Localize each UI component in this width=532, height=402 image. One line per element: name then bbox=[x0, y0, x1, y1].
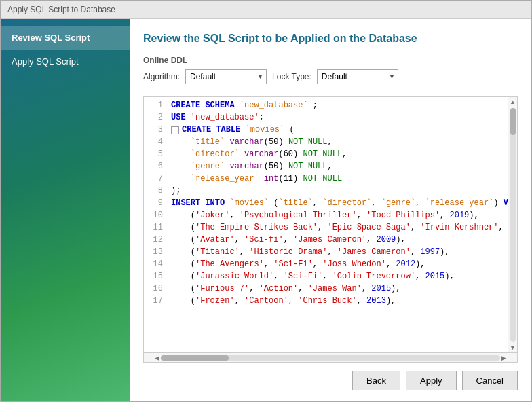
collapse-icon-3[interactable]: - bbox=[171, 126, 179, 134]
line-num-6: 6 bbox=[144, 162, 171, 171]
sidebar-item-label: Apply SQL Script bbox=[12, 56, 79, 67]
page-title: Review the SQL Script to be Applied on t… bbox=[143, 33, 518, 45]
code-line-15: 15 ('Jurassic World', 'Sci-Fi', 'Colin T… bbox=[144, 271, 508, 283]
algorithm-select[interactable]: Default INPLACE COPY bbox=[185, 69, 267, 84]
line-content-17: ('Frozen', 'Cartoon', 'Chris Buck', 2013… bbox=[171, 296, 396, 306]
line-num-17: 17 bbox=[144, 296, 171, 306]
code-line-10: 10 ('Joker', 'Psychological Thriller', '… bbox=[144, 210, 508, 222]
footer-buttons: Back Apply Cancel bbox=[143, 363, 518, 395]
code-scroll-area[interactable]: 1 CREATE SCHEMA `new_database` ; 2 USE '… bbox=[144, 97, 508, 352]
title-bar: Apply SQL Script to Database bbox=[1, 1, 531, 19]
code-line-4: 4 `title` varchar(50) NOT NULL, bbox=[144, 136, 508, 149]
sidebar-item-label: Review SQL Script bbox=[12, 33, 90, 43]
line-content-5: `director` varchar(60) NOT NULL, bbox=[171, 149, 347, 159]
line-num-1: 1 bbox=[144, 100, 171, 110]
line-num-10: 10 bbox=[144, 211, 171, 220]
line-content-9: INSERT INTO `movies` (`title`, `director… bbox=[171, 198, 508, 208]
v-scroll-thumb[interactable] bbox=[510, 108, 516, 135]
code-line-7: 7 `release_year` int(11) NOT NULL bbox=[144, 173, 508, 185]
code-viewer: 1 CREATE SCHEMA `new_database` ; 2 USE '… bbox=[143, 96, 518, 363]
line-content-3: -CREATE TABLE `movies` ( bbox=[171, 125, 294, 134]
line-num-7: 7 bbox=[144, 174, 171, 183]
lock-type-select[interactable]: Default NONE SHARED EXCLUSIVE bbox=[317, 69, 398, 84]
line-num-14: 14 bbox=[144, 259, 171, 269]
line-content-8: ); bbox=[171, 186, 180, 196]
back-button[interactable]: Back bbox=[352, 371, 400, 390]
code-line-13: 13 ('Titanic', 'Historic Drama', 'James … bbox=[144, 246, 508, 259]
code-line-5: 5 `director` varchar(60) NOT NULL, bbox=[144, 149, 508, 161]
online-ddl-label: Online DDL bbox=[143, 56, 518, 65]
horizontal-scrollbar[interactable]: ◀ ▶ bbox=[144, 352, 517, 362]
scroll-left-arrow[interactable]: ◀ bbox=[153, 354, 161, 361]
line-content-12: ('Avatar', 'Sci-fi', 'James Cameron', 20… bbox=[171, 235, 406, 244]
main-content: Review SQL Script Apply SQL Script Revie… bbox=[1, 19, 531, 401]
content-area: Review the SQL Script to be Applied on t… bbox=[130, 19, 531, 401]
line-num-5: 5 bbox=[144, 149, 171, 159]
v-scroll-track[interactable] bbox=[510, 108, 516, 342]
line-num-11: 11 bbox=[144, 223, 171, 232]
code-line-8: 8 ); bbox=[144, 185, 508, 198]
cancel-button[interactable]: Cancel bbox=[462, 371, 518, 390]
code-line-6: 6 `genre` varchar(50) NOT NULL, bbox=[144, 161, 508, 173]
scroll-down-arrow[interactable]: ▼ bbox=[508, 343, 517, 352]
line-num-16: 16 bbox=[144, 284, 171, 293]
h-scroll-track[interactable] bbox=[161, 355, 500, 361]
code-line-11: 11 ('The Empire Strikes Back', 'Epic Spa… bbox=[144, 222, 508, 234]
line-content-1: CREATE SCHEMA `new_database` ; bbox=[171, 100, 318, 110]
algorithm-label: Algorithm: bbox=[143, 72, 180, 81]
algorithm-select-wrapper[interactable]: Default INPLACE COPY bbox=[185, 69, 267, 84]
line-content-4: `title` varchar(50) NOT NULL, bbox=[171, 137, 332, 147]
line-num-13: 13 bbox=[144, 247, 171, 257]
lock-type-select-wrapper[interactable]: Default NONE SHARED EXCLUSIVE bbox=[317, 69, 398, 84]
line-content-14: ('The Avengers', 'Sci-Fi', 'Joss Whedon'… bbox=[171, 259, 425, 269]
sidebar: Review SQL Script Apply SQL Script bbox=[1, 19, 130, 401]
code-line-12: 12 ('Avatar', 'Sci-fi', 'James Cameron',… bbox=[144, 234, 508, 246]
scroll-right-arrow[interactable]: ▶ bbox=[500, 354, 508, 361]
code-line-14: 14 ('The Avengers', 'Sci-Fi', 'Joss Whed… bbox=[144, 259, 508, 271]
ddl-controls: Algorithm: Default INPLACE COPY Lock Typ… bbox=[143, 69, 518, 84]
line-num-15: 15 bbox=[144, 272, 171, 281]
line-content-13: ('Titanic', 'Historic Drama', 'James Cam… bbox=[171, 247, 450, 257]
line-num-9: 9 bbox=[144, 198, 171, 208]
code-line-3: 3 -CREATE TABLE `movies` ( bbox=[144, 124, 508, 136]
line-content-6: `genre` varchar(50) NOT NULL, bbox=[171, 162, 332, 171]
sidebar-item-review-sql-script[interactable]: Review SQL Script bbox=[1, 26, 130, 50]
line-content-11: ('The Empire Strikes Back', 'Epic Space … bbox=[171, 223, 508, 232]
code-line-2: 2 USE 'new_database'; bbox=[144, 112, 508, 124]
title-bar-label: Apply SQL Script to Database bbox=[7, 5, 115, 14]
lock-type-label: Lock Type: bbox=[272, 72, 311, 81]
line-content-10: ('Joker', 'Psychological Thriller', 'Too… bbox=[171, 211, 479, 220]
line-content-15: ('Jurassic World', 'Sci-Fi', 'Colin Trev… bbox=[171, 272, 455, 281]
code-line-9: 9 INSERT INTO `movies` (`title`, `direct… bbox=[144, 198, 508, 210]
vertical-scrollbar[interactable]: ▲ ▼ bbox=[508, 97, 517, 352]
line-content-7: `release_year` int(11) NOT NULL bbox=[171, 174, 342, 183]
app-window: Apply SQL Script to Database Review SQL … bbox=[0, 0, 532, 402]
apply-button[interactable]: Apply bbox=[406, 371, 457, 390]
sidebar-item-apply-sql-script[interactable]: Apply SQL Script bbox=[1, 50, 130, 73]
line-content-16: ('Furious 7', 'Action', 'James Wan', 201… bbox=[171, 284, 401, 293]
h-scroll-thumb[interactable] bbox=[161, 355, 229, 361]
code-line-16: 16 ('Furious 7', 'Action', 'James Wan', … bbox=[144, 283, 508, 295]
scroll-up-arrow[interactable]: ▲ bbox=[508, 97, 517, 107]
code-line-1: 1 CREATE SCHEMA `new_database` ; bbox=[144, 100, 508, 112]
line-num-12: 12 bbox=[144, 235, 171, 244]
line-num-2: 2 bbox=[144, 113, 171, 122]
line-num-4: 4 bbox=[144, 137, 171, 147]
line-num-3: 3 bbox=[144, 125, 171, 134]
code-line-17: 17 ('Frozen', 'Cartoon', 'Chris Buck', 2… bbox=[144, 295, 508, 308]
line-content-2: USE 'new_database'; bbox=[171, 113, 264, 122]
online-ddl-section: Online DDL Algorithm: Default INPLACE CO… bbox=[143, 56, 518, 90]
line-num-8: 8 bbox=[144, 186, 171, 196]
code-outer: 1 CREATE SCHEMA `new_database` ; 2 USE '… bbox=[144, 97, 517, 352]
